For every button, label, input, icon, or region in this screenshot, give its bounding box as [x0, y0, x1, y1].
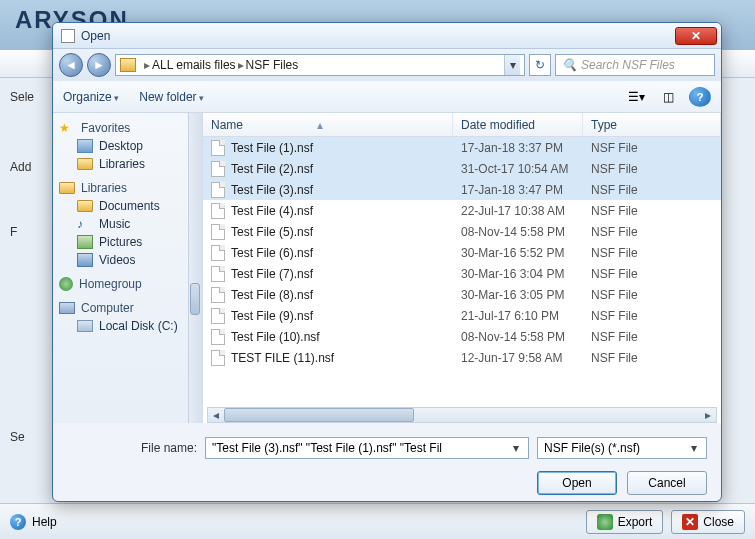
file-name: Test File (9).nsf: [231, 309, 313, 323]
organize-menu[interactable]: Organize: [63, 90, 119, 104]
nav-pane: ★Favorites Desktop Libraries Libraries D…: [53, 113, 203, 423]
nav-label: Libraries: [99, 157, 145, 171]
dialog-close-button[interactable]: ✕: [675, 27, 717, 45]
filename-input[interactable]: "Test File (3).nsf" "Test File (1).nsf" …: [205, 437, 529, 459]
col-name-label: Name: [211, 118, 243, 132]
scroll-right[interactable]: ▸: [700, 408, 716, 422]
nav-videos[interactable]: Videos: [53, 251, 202, 269]
file-date: 17-Jan-18 3:37 PM: [453, 141, 583, 155]
breadcrumb-seg-2[interactable]: NSF Files: [246, 58, 299, 72]
open-dialog: Open ✕ ◄ ► ▸ ALL emails files ▸ NSF File…: [52, 22, 722, 502]
forward-button[interactable]: ►: [87, 53, 111, 77]
col-name[interactable]: Name▴: [203, 113, 453, 136]
navpane-scrollbar[interactable]: [188, 113, 202, 423]
help-label: Help: [32, 515, 57, 529]
file-type: NSF File: [583, 225, 721, 239]
nav-libraries-fav[interactable]: Libraries: [53, 155, 202, 173]
close-app-button[interactable]: ✕ Close: [671, 510, 745, 534]
file-type: NSF File: [583, 330, 721, 344]
file-icon: [211, 203, 225, 219]
horizontal-scrollbar[interactable]: ◂ ▸: [207, 407, 717, 423]
file-row[interactable]: TEST FILE (11).nsf12-Jun-17 9:58 AMNSF F…: [203, 347, 721, 368]
filename-value: "Test File (3).nsf" "Test File (1).nsf" …: [212, 441, 442, 455]
bg-label-2: Add: [10, 160, 31, 174]
search-placeholder: Search NSF Files: [581, 58, 675, 72]
export-label: Export: [618, 515, 653, 529]
file-type: NSF File: [583, 246, 721, 260]
preview-pane-button[interactable]: ◫: [657, 87, 679, 107]
nav-computer[interactable]: Computer: [53, 299, 202, 317]
export-icon: [597, 514, 613, 530]
file-row[interactable]: Test File (6).nsf30-Mar-16 5:52 PMNSF Fi…: [203, 242, 721, 263]
refresh-button[interactable]: ↻: [529, 54, 551, 76]
app-bottom-bar: ? Help Export ✕ Close: [0, 503, 755, 539]
col-type[interactable]: Type: [583, 113, 721, 136]
dialog-help-button[interactable]: ?: [689, 87, 711, 107]
nav-desktop[interactable]: Desktop: [53, 137, 202, 155]
nav-libraries[interactable]: Libraries: [53, 179, 202, 197]
filter-value: NSF File(s) (*.nsf): [544, 441, 640, 455]
cancel-button[interactable]: Cancel: [627, 471, 707, 495]
file-icon: [211, 224, 225, 240]
app-icon: [61, 29, 75, 43]
file-name: Test File (1).nsf: [231, 141, 313, 155]
close-label: Close: [703, 515, 734, 529]
scrollbar-thumb[interactable]: [190, 283, 200, 315]
view-menu[interactable]: ☰▾: [625, 87, 647, 107]
nav-pictures[interactable]: Pictures: [53, 233, 202, 251]
file-name: Test File (7).nsf: [231, 267, 313, 281]
file-row[interactable]: Test File (4).nsf22-Jul-17 10:38 AMNSF F…: [203, 200, 721, 221]
file-row[interactable]: Test File (3).nsf17-Jan-18 3:47 PMNSF Fi…: [203, 179, 721, 200]
nav-label: Documents: [99, 199, 160, 213]
bg-label-3: F: [10, 225, 17, 239]
music-icon: ♪: [77, 217, 93, 231]
dialog-toolbar: Organize New folder ☰▾ ◫ ?: [53, 81, 721, 113]
libraries-icon: [59, 182, 75, 194]
file-row[interactable]: Test File (2).nsf31-Oct-17 10:54 AMNSF F…: [203, 158, 721, 179]
nav-local-disk-c[interactable]: Local Disk (C:): [53, 317, 202, 335]
breadcrumb[interactable]: ▸ ALL emails files ▸ NSF Files ▾: [115, 54, 525, 76]
scroll-left[interactable]: ◂: [208, 408, 224, 422]
nav-documents[interactable]: Documents: [53, 197, 202, 215]
filename-dropdown[interactable]: ▾: [508, 441, 524, 455]
chevron-right-icon: ▸: [238, 58, 244, 72]
export-button[interactable]: Export: [586, 510, 664, 534]
back-button[interactable]: ◄: [59, 53, 83, 77]
close-icon: ✕: [682, 514, 698, 530]
file-row[interactable]: Test File (7).nsf30-Mar-16 3:04 PMNSF Fi…: [203, 263, 721, 284]
file-date: 30-Mar-16 3:04 PM: [453, 267, 583, 281]
breadcrumb-seg-1[interactable]: ALL emails files: [152, 58, 236, 72]
file-row[interactable]: Test File (1).nsf17-Jan-18 3:37 PMNSF Fi…: [203, 137, 721, 158]
search-input[interactable]: 🔍 Search NSF Files: [555, 54, 715, 76]
file-date: 08-Nov-14 5:58 PM: [453, 330, 583, 344]
breadcrumb-dropdown[interactable]: ▾: [504, 55, 520, 75]
filter-select[interactable]: NSF File(s) (*.nsf) ▾: [537, 437, 707, 459]
nav-label: Videos: [99, 253, 135, 267]
scrollbar-thumb[interactable]: [224, 408, 414, 422]
file-icon: [211, 140, 225, 156]
filter-dropdown[interactable]: ▾: [686, 441, 702, 455]
file-row[interactable]: Test File (8).nsf30-Mar-16 3:05 PMNSF Fi…: [203, 284, 721, 305]
file-row[interactable]: Test File (10).nsf08-Nov-14 5:58 PMNSF F…: [203, 326, 721, 347]
file-icon: [211, 287, 225, 303]
new-folder-button[interactable]: New folder: [139, 90, 204, 104]
nav-favorites-label: Favorites: [81, 121, 130, 135]
file-row[interactable]: Test File (9).nsf21-Jul-17 6:10 PMNSF Fi…: [203, 305, 721, 326]
nav-music[interactable]: ♪Music: [53, 215, 202, 233]
col-date[interactable]: Date modified: [453, 113, 583, 136]
column-headers: Name▴ Date modified Type: [203, 113, 721, 137]
file-row[interactable]: Test File (5).nsf08-Nov-14 5:58 PMNSF Fi…: [203, 221, 721, 242]
file-date: 30-Mar-16 5:52 PM: [453, 246, 583, 260]
chevron-right-icon: ▸: [144, 58, 150, 72]
nav-homegroup[interactable]: Homegroup: [53, 275, 202, 293]
file-icon: [211, 161, 225, 177]
nav-label: Desktop: [99, 139, 143, 153]
open-button[interactable]: Open: [537, 471, 617, 495]
titlebar[interactable]: Open ✕: [53, 23, 721, 49]
file-type: NSF File: [583, 162, 721, 176]
help-button[interactable]: ? Help: [10, 514, 57, 530]
file-name: Test File (2).nsf: [231, 162, 313, 176]
nav-label: Libraries: [81, 181, 127, 195]
nav-label: Pictures: [99, 235, 142, 249]
nav-favorites[interactable]: ★Favorites: [53, 119, 202, 137]
